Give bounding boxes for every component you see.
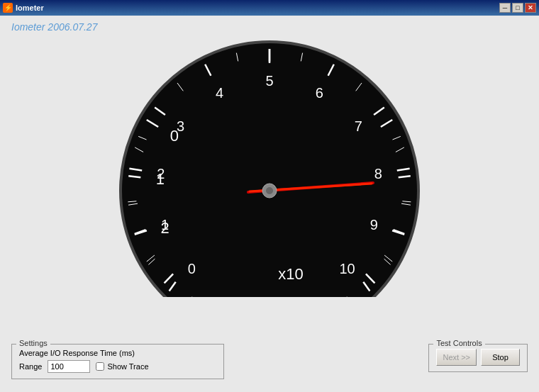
app-icon: ⚡ xyxy=(3,3,13,13)
next-button[interactable]: Next >> xyxy=(436,349,477,366)
svg-text:0: 0 xyxy=(188,261,196,276)
gauge-area: 0 1 2 xyxy=(0,31,539,286)
svg-point-61 xyxy=(266,187,273,194)
show-trace-label: Show Trace xyxy=(107,362,148,371)
multiplier-label: x10 xyxy=(278,265,303,283)
maximize-button[interactable]: □ xyxy=(512,3,523,13)
svg-text:10: 10 xyxy=(339,261,355,276)
svg-text:3: 3 xyxy=(177,118,184,134)
show-trace-row: Show Trace xyxy=(96,362,148,371)
svg-rect-62 xyxy=(121,297,418,301)
svg-text:5: 5 xyxy=(265,73,273,89)
svg-text:8: 8 xyxy=(374,166,382,181)
gauge-wrapper: 0 1 2 xyxy=(92,31,447,286)
gauge-svg: 0 1 2 xyxy=(92,31,447,301)
bottom-row: Settings Average I/O Response Time (ms) … xyxy=(0,338,539,385)
minimize-button[interactable]: ─ xyxy=(499,3,511,13)
title-bar-buttons[interactable]: ─ □ ✕ xyxy=(499,3,536,13)
close-button[interactable]: ✕ xyxy=(525,3,536,13)
svg-text:7: 7 xyxy=(355,118,362,134)
svg-text:1: 1 xyxy=(161,217,169,233)
main-content: Iometer 2006.07.27 xyxy=(0,16,539,392)
stop-button[interactable]: Stop xyxy=(481,349,520,366)
svg-text:9: 9 xyxy=(370,217,378,233)
test-controls-legend: Test Controls xyxy=(433,339,484,347)
settings-legend: Settings xyxy=(16,339,50,347)
svg-text:2: 2 xyxy=(157,166,165,181)
svg-text:4: 4 xyxy=(216,85,223,101)
show-trace-checkbox[interactable] xyxy=(96,362,104,371)
metric-label: Average I/O Response Time (ms) xyxy=(19,349,216,357)
title-bar-left: ⚡ Iometer xyxy=(3,3,44,13)
test-controls-group: Test Controls Next >> Stop xyxy=(428,344,528,372)
settings-input-row: Range Show Trace xyxy=(19,360,216,373)
window-title: Iometer xyxy=(16,4,44,12)
range-input[interactable] xyxy=(48,360,90,373)
svg-text:6: 6 xyxy=(316,85,323,101)
range-label: Range xyxy=(19,362,42,371)
settings-group: Settings Average I/O Response Time (ms) … xyxy=(11,344,224,379)
title-bar: ⚡ Iometer ─ □ ✕ xyxy=(0,0,539,16)
